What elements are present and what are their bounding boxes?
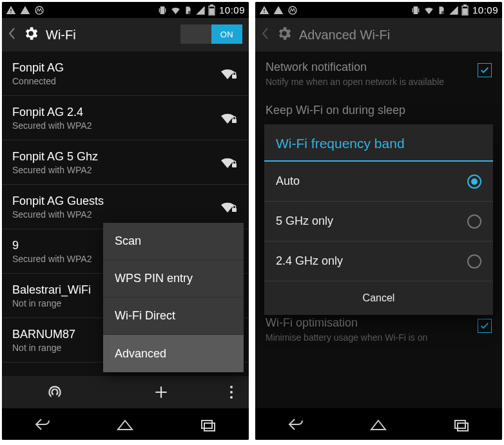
gear-icon	[23, 25, 39, 44]
wifi-signal-icon	[219, 156, 238, 169]
app-header: Advanced Wi-Fi	[255, 18, 502, 52]
add-network-button[interactable]	[108, 376, 215, 408]
dialog-option[interactable]: 2.4 GHz only	[264, 241, 493, 281]
wifi-signal-icon	[219, 67, 238, 80]
overflow-button[interactable]	[214, 376, 249, 408]
recents-button[interactable]	[435, 408, 487, 440]
phone-left: 10:09 Wi-Fi ON Fonpit AG Connected Fonpi…	[2, 2, 249, 440]
option-label: 2.4 GHz only	[276, 254, 343, 268]
recents-button[interactable]	[182, 408, 233, 440]
status-bar: 10:09	[255, 2, 502, 18]
network-name: 9	[12, 239, 92, 252]
dialog-title: Wi-Fi frequency band	[264, 124, 493, 160]
warning-icon	[259, 5, 269, 15]
dialog-cancel-button[interactable]: Cancel	[264, 281, 493, 315]
menu-item[interactable]: Scan	[103, 223, 244, 260]
wifi-network-row[interactable]: Fonpit AG Connected	[2, 52, 249, 96]
svg-point-10	[230, 391, 233, 393]
wifi-signal-icon	[219, 111, 238, 124]
svg-point-14	[289, 6, 296, 14]
svg-point-0	[35, 6, 43, 14]
signal-icon	[449, 5, 459, 15]
network-status: Not in range	[12, 298, 91, 308]
network-name: Fonpit AG	[12, 61, 64, 75]
svg-rect-13	[204, 423, 215, 431]
network-status: Connected	[12, 76, 64, 86]
gear-icon	[276, 25, 293, 44]
svg-point-9	[230, 386, 233, 388]
signal-icon	[195, 5, 206, 15]
radio-icon	[467, 254, 481, 269]
svg-rect-7	[232, 208, 237, 212]
network-status: Secured with WPA2	[12, 209, 104, 220]
overflow-menu: ScanWPS PIN entryWi-Fi DirectAdvanced	[103, 223, 244, 372]
toggle-on-label: ON	[211, 24, 242, 44]
action-bar	[2, 376, 249, 408]
back-button[interactable]	[17, 408, 69, 440]
wifi-icon	[170, 5, 181, 15]
option-label: Auto	[276, 175, 300, 188]
moto-logo-icon	[287, 5, 298, 15]
network-name: Fonpit AG 2.4	[12, 106, 92, 119]
radio-icon	[467, 214, 481, 229]
home-button[interactable]	[99, 408, 151, 440]
network-status: Secured with WPA2	[12, 120, 92, 131]
sim-icon	[437, 5, 446, 15]
battery-icon	[461, 5, 469, 15]
menu-item[interactable]: Wi-Fi Direct	[103, 298, 244, 335]
network-name: Fonpit AG Guests	[12, 194, 104, 208]
battery-icon	[208, 5, 215, 15]
menu-item[interactable]: Advanced	[103, 335, 244, 372]
nav-bar	[2, 408, 249, 440]
dialog-option[interactable]: Auto	[264, 162, 493, 202]
menu-item[interactable]: WPS PIN entry	[103, 260, 244, 298]
status-bar: 10:09	[2, 2, 249, 18]
dialog-option[interactable]: 5 GHz only	[264, 202, 493, 241]
clock: 10:09	[472, 5, 498, 15]
sim-icon	[184, 5, 193, 15]
svg-rect-18	[455, 421, 465, 428]
network-name: Fonpit AG 5 Ghz	[12, 150, 98, 164]
dialog-scrim[interactable]: Wi-Fi frequency band Auto 5 GHz only 2.4…	[255, 52, 502, 408]
option-label: 5 GHz only	[276, 214, 333, 228]
nav-bar	[255, 408, 502, 440]
page-title: Wi-Fi	[46, 28, 76, 43]
warning-icon	[6, 5, 16, 15]
vibrate-icon	[411, 5, 421, 15]
page-title: Advanced Wi-Fi	[299, 28, 390, 43]
moto-logo-icon	[34, 5, 44, 15]
svg-rect-6	[232, 164, 237, 167]
home-button[interactable]	[353, 408, 404, 440]
wifi-network-row[interactable]: Fonpit AG 5 Ghz Secured with WPA2	[2, 140, 249, 185]
svg-rect-4	[232, 75, 237, 79]
wifi-toggle[interactable]: ON	[180, 24, 242, 44]
svg-rect-5	[232, 119, 237, 123]
back-chevron-icon[interactable]	[262, 28, 268, 42]
frequency-band-dialog: Wi-Fi frequency band Auto 5 GHz only 2.4…	[264, 124, 493, 315]
warning-icon	[20, 5, 30, 15]
wps-button[interactable]	[2, 376, 108, 408]
svg-rect-19	[458, 423, 468, 431]
network-status: Not in range	[12, 343, 75, 353]
phone-right: 10:09 Advanced Wi-Fi Network notificatio…	[255, 2, 502, 440]
vibrate-icon	[157, 5, 168, 15]
app-header: Wi-Fi ON	[2, 18, 249, 52]
svg-point-11	[230, 396, 233, 399]
back-button[interactable]	[271, 408, 322, 440]
clock: 10:09	[219, 5, 245, 15]
wifi-signal-icon	[219, 200, 238, 213]
radio-icon	[467, 175, 481, 189]
network-status: Secured with WPA2	[12, 254, 92, 264]
network-status: Secured with WPA2	[12, 165, 98, 175]
back-chevron-icon[interactable]	[8, 28, 15, 42]
warning-icon	[273, 5, 284, 15]
svg-rect-12	[202, 421, 212, 428]
network-name: Balestrari_WiFi	[12, 283, 91, 297]
wifi-network-row[interactable]: Fonpit AG 2.4 Secured with WPA2	[2, 96, 249, 140]
svg-rect-17	[463, 8, 468, 14]
wifi-icon	[423, 5, 434, 15]
network-name: BARNUM87	[12, 328, 75, 341]
svg-rect-3	[209, 8, 215, 14]
